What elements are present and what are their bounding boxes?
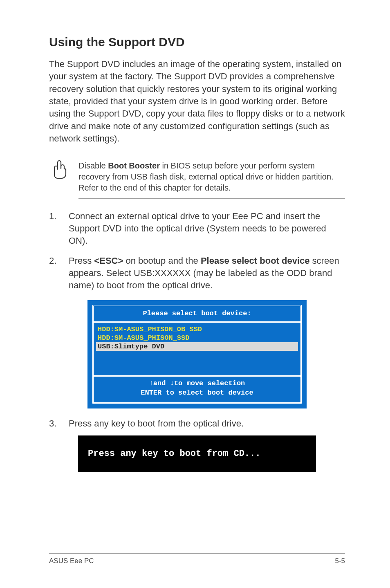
step-3-number: 3. xyxy=(49,417,69,430)
footer-left: ASUS Eee PC xyxy=(49,557,94,565)
step-2: Press <ESC> on bootup and the Please sel… xyxy=(49,255,345,292)
note-bold: Boot Booster xyxy=(108,161,160,170)
step-2-text: Press <ESC> on bootup and the Please sel… xyxy=(69,255,345,292)
footer-right: 5-5 xyxy=(335,557,345,565)
step-2-esc: <ESC> xyxy=(94,256,123,266)
steps-list: Connect an external optical drive to you… xyxy=(49,210,345,292)
bios-screen: Please select boot device: HDD:SM-ASUS_P… xyxy=(87,300,307,408)
step-1-text: Connect an external optical drive to you… xyxy=(69,210,345,247)
bios-device-list: HDD:SM-ASUS_PHISON_OB SSD HDD:SM-ASUS_PH… xyxy=(94,323,300,376)
note-text: Disable Boot Booster in BIOS setup befor… xyxy=(78,160,345,193)
step-2-a: Press xyxy=(69,256,94,266)
bios-header: Please select boot device: xyxy=(94,306,300,323)
step-3: 3. Press any key to boot from the optica… xyxy=(49,417,345,430)
page-footer: ASUS Eee PC 5-5 xyxy=(49,553,345,565)
bios-inner: Please select boot device: HDD:SM-ASUS_P… xyxy=(92,305,302,404)
hand-icon xyxy=(49,158,69,181)
bios-footer-line2: ENTER to select boot device xyxy=(94,388,300,397)
bios-footer: ↑and ↓to move selection ENTER to select … xyxy=(94,375,300,402)
note-pre: Disable xyxy=(78,161,108,170)
note-text-container: Disable Boot Booster in BIOS setup befor… xyxy=(78,156,345,199)
intro-paragraph: The Support DVD includes an image of the… xyxy=(49,58,345,145)
page-title: Using the Support DVD xyxy=(49,35,345,49)
note-block: Disable Boot Booster in BIOS setup befor… xyxy=(49,156,345,199)
bios-option-2: HDD:SM-ASUS_PHISON_SSD xyxy=(98,334,296,342)
step-3-text: Press any key to boot from the optical d… xyxy=(69,417,244,430)
boot-prompt: Press any key to boot from CD... xyxy=(78,435,316,472)
step-1: Connect an external optical drive to you… xyxy=(49,210,345,247)
bios-footer-line1: ↑and ↓to move selection xyxy=(94,379,300,388)
step-2-b: on bootup and the xyxy=(123,256,201,266)
bios-option-1: HDD:SM-ASUS_PHISON_OB SSD xyxy=(98,325,296,334)
bios-option-selected: USB:Slimtype DVD xyxy=(96,342,298,351)
step-2-bold: Please select boot device xyxy=(201,256,310,266)
